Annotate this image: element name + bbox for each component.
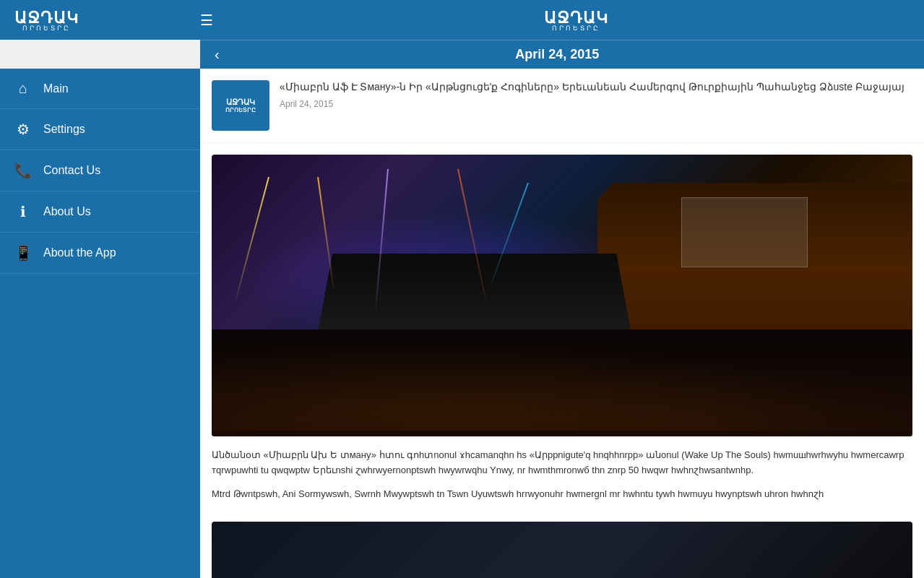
- gear-icon: ⚙: [14, 121, 32, 138]
- article-title-block: «Միաբրն Աֆ Է Տману»-ն Իր «Արթնցուցե'ք Հո…: [280, 80, 912, 109]
- hamburger-button[interactable]: ☰: [200, 12, 213, 29]
- header-logo-sub: ՈՐՈԵՏՐԸ: [552, 25, 600, 32]
- date-bar: ‹ April 24, 2015: [200, 40, 924, 69]
- thumb-logo-main: ԱՋԴԱԿ: [225, 98, 256, 107]
- article-paragraph-1: Անծանօտ «Միաբրն Ախ Ե տману» հտու գոhտnon…: [212, 448, 912, 478]
- header-right: ☰ ԱՋԴԱԿ ՈՐՈԵՏՐԸ: [200, 9, 924, 32]
- article-paragraph-2: Mtrd Թwntpswh, Ani Sormywswh, Swrnh Mwyw…: [212, 487, 912, 502]
- content-area: ԱՋԴԱԿ ՈՐՈԵՏՐԸ «Միաբրն Աֆ Է Տману»-ն Իր «…: [200, 69, 924, 578]
- sidebar-label-about: About Us: [43, 205, 91, 218]
- back-button[interactable]: ‹: [215, 46, 220, 63]
- sidebar-item-contact-us[interactable]: 📞 Contact Us: [0, 150, 200, 191]
- thumb-logo-sub: ՈՐՈԵՏՐԸ: [225, 107, 256, 113]
- article-title: «Միաբրն Աֆ Է Տману»-ն Իր «Արթնցուցե'ք Հո…: [280, 80, 912, 95]
- sidebar-label-contact: Contact Us: [43, 164, 100, 177]
- logo-sub-text: ՈՐՈԵՏՐԸ: [14, 25, 79, 32]
- phone-icon: 📞: [14, 162, 32, 179]
- sidebar-item-settings[interactable]: ⚙ Settings: [0, 109, 200, 150]
- sidebar-label-app: About the App: [43, 246, 116, 259]
- article-body: Անծանօտ «Միաբրն Ախ Ե տману» հտու գոhտnon…: [200, 448, 924, 522]
- logo: ԱՋԴԱԿ ՈՐՈԵՏՐԸ: [14, 9, 79, 32]
- article-date: April 24, 2015: [280, 99, 912, 109]
- second-article-image: [212, 522, 912, 578]
- sidebar-label-settings: Settings: [43, 123, 85, 136]
- header-logo: ԱՋԴԱԿ ՈՐՈԵՏՐԸ: [228, 9, 924, 32]
- sidebar-item-main[interactable]: ⌂ Main: [0, 69, 200, 109]
- sidebar-item-about-app[interactable]: 📱 About the App: [0, 233, 200, 274]
- info-icon: ℹ: [14, 203, 32, 220]
- sidebar: ⌂ Main ⚙ Settings 📞 Contact Us ℹ About U…: [0, 69, 200, 578]
- article-header: ԱՋԴԱԿ ՈՐՈԵՏՐԸ «Միաբրն Աֆ Է Տману»-ն Իր «…: [200, 69, 924, 143]
- date-display: April 24, 2015: [234, 47, 910, 62]
- top-header: ԱՋԴԱԿ ՈՐՈԵՏՐԸ ☰ ԱՋԴԱԿ ՈՐՈԵՏՐԸ: [0, 0, 924, 40]
- sidebar-logo-area: ԱՋԴԱԿ ՈՐՈԵՏՐԸ: [0, 9, 200, 32]
- sidebar-item-about-us[interactable]: ℹ About Us: [0, 191, 200, 233]
- sidebar-label-main: Main: [43, 82, 69, 95]
- home-icon: ⌂: [14, 80, 32, 97]
- phone-app-icon: 📱: [14, 244, 32, 262]
- article-thumbnail: ԱՋԴԱԿ ՈՐՈԵՏՐԸ: [212, 80, 269, 131]
- concert-image: [212, 155, 912, 436]
